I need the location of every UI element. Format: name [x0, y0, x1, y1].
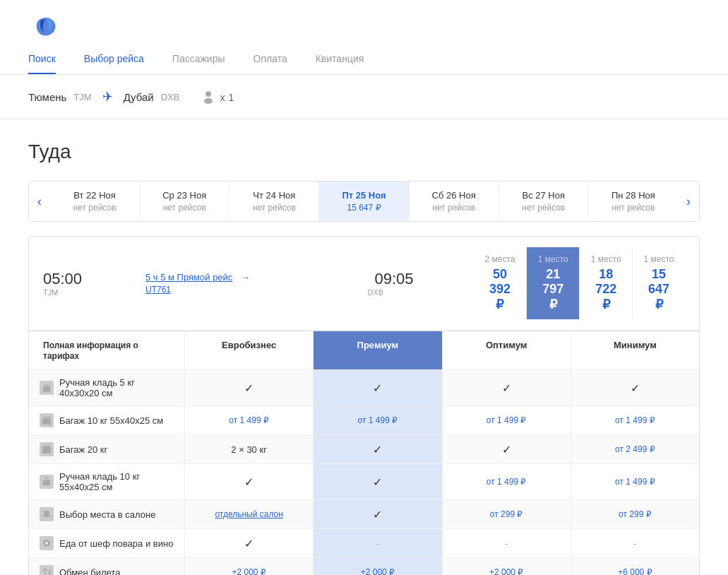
tariff-row-5: Еда от шеф повара и вино ✓ - - - [29, 528, 699, 557]
date-item-5[interactable]: Вс 27 Ноя нет рейсов [499, 182, 589, 221]
exchange-icon [40, 565, 54, 575]
tariff-val-4-2: от 299 ₽ [442, 500, 571, 528]
seat-icon [40, 507, 54, 521]
bag-medium-icon [40, 413, 54, 427]
date-item-2[interactable]: Чт 24 Ноя нет рейсов [229, 182, 319, 221]
tariff-val-1-1: от 1 499 ₽ [313, 406, 441, 434]
depart-time: 05:00 [43, 270, 93, 288]
nav-step-select-flight[interactable]: Выбор рейса [84, 53, 144, 74]
tariff-val-0-3: ✓ [571, 370, 699, 405]
bag-small-icon [40, 381, 54, 395]
tariff-val-4-3: от 299 ₽ [571, 500, 699, 528]
tariff-row-4: Выбор места в салоне отдельный салон ✓ о… [29, 499, 699, 528]
tariff-header: Полная информация о тарифах Евробизнес П… [29, 331, 699, 369]
tariff-col-header-0: Евробизнес [184, 331, 313, 369]
nav-step-passengers: Пассажиры [172, 53, 225, 74]
tariff-val-1-2: от 1 499 ₽ [442, 406, 571, 434]
bag-carry-icon [40, 475, 54, 489]
price-col-3[interactable]: 1 место 15 647 ₽ [632, 247, 685, 319]
price-col-1[interactable]: 1 место 21 797 ₽ [526, 247, 579, 319]
tariff-val-3-3: от 1 499 ₽ [571, 464, 699, 499]
price-col-2[interactable]: 1 место 18 722 ₽ [579, 247, 632, 319]
tariff-val-5-0: ✓ [184, 529, 313, 557]
nav-step-payment: Оплата [253, 53, 287, 74]
svg-rect-2 [43, 386, 50, 392]
flight-summary: 05:00 TJM 5 ч 5 м Прямой рейс → UT761 09… [29, 237, 699, 331]
tariff-val-6-0: +2 000 ₽ [184, 558, 313, 575]
flight-duration-link[interactable]: 5 ч 5 м Прямой рейс [145, 272, 232, 283]
date-next-button[interactable]: › [678, 184, 699, 220]
tariff-label-3: Ручная кладь 10 кг 55х40х25 см [29, 464, 184, 499]
from-city: Тюмень [28, 91, 66, 103]
tariff-col-header-3: Минимум [571, 331, 699, 369]
passenger-count: x 1 [220, 91, 234, 103]
tariff-val-6-3: +6 000 ₽ [571, 558, 699, 575]
route-arrow-icon: ✈ [102, 89, 113, 105]
tariff-label-5: Еда от шеф повара и вино [29, 529, 184, 557]
tariff-val-5-2: - [442, 529, 571, 557]
svg-rect-7 [43, 516, 50, 517]
flight-details: 5 ч 5 м Прямой рейс → UT761 [135, 272, 368, 295]
tariff-val-1-0: от 1 499 ₽ [184, 406, 313, 434]
tariff-val-3-2: от 1 499 ₽ [442, 464, 571, 499]
tariff-val-1-3: от 1 499 ₽ [571, 406, 699, 434]
svg-rect-5 [43, 480, 50, 485]
date-item-4[interactable]: Сб 26 Ноя нет рейсов [410, 182, 499, 221]
tariff-val-0-1: ✓ [313, 370, 441, 405]
svg-rect-4 [42, 446, 51, 454]
tariff-val-5-1: - [313, 529, 441, 557]
tariff-row-3: Ручная кладь 10 кг 55х40х25 см ✓ ✓ от 1 … [29, 463, 699, 499]
from-code: TJM [73, 92, 91, 102]
depart-code: TJM [43, 288, 58, 297]
tariff-val-4-0: отдельный салон [184, 500, 313, 528]
date-item-0[interactable]: Вт 22 Ноя нет рейсов [50, 182, 140, 221]
svg-point-1 [204, 98, 213, 104]
tariff-val-2-2: ✓ [442, 435, 571, 463]
tariff-label-1: Багаж 10 кг 55х40х25 см [29, 406, 184, 434]
nav-step-receipt: Квитанция [316, 53, 364, 74]
date-item-3[interactable]: Пт 25 Ноя 15 647 ₽ [319, 182, 409, 221]
nav-step-search[interactable]: Поиск [28, 53, 56, 74]
svg-rect-6 [44, 511, 49, 516]
tariff-val-3-1: ✓ [313, 464, 441, 499]
tariff-col-header-1: Премиум [313, 331, 441, 369]
tariff-val-3-0: ✓ [184, 464, 313, 499]
utair-logo [28, 14, 64, 42]
price-col-0[interactable]: 2 места 50 392 ₽ [474, 247, 527, 319]
tariff-section: Полная информация о тарифах Евробизнес П… [29, 331, 699, 575]
date-item-6[interactable]: Пн 28 Ноя нет рейсов [589, 182, 678, 221]
flight-direction-arrow: → [241, 272, 250, 283]
tariff-label-6: Обмен билета [29, 558, 184, 575]
tariff-val-0-0: ✓ [184, 370, 313, 405]
tariff-label-0: Ручная кладь 5 кг 40х30х20 см [29, 370, 184, 405]
tariff-val-4-1: ✓ [313, 500, 441, 528]
tariff-val-2-3: от 2 499 ₽ [571, 435, 699, 463]
tariff-info-link[interactable]: Полная информация о тарифах [43, 340, 138, 361]
tariff-info-link-cell: Полная информация о тарифах [29, 331, 184, 369]
flight-card: 05:00 TJM 5 ч 5 м Прямой рейс → UT761 09… [28, 236, 700, 575]
date-selector: ‹ Вт 22 Ноя нет рейсов Ср 23 Ноя нет рей… [28, 181, 700, 222]
bag-large-icon [40, 442, 54, 456]
passenger-icon [201, 89, 216, 105]
date-prev-button[interactable]: ‹ [29, 184, 50, 220]
tariff-col-header-2: Оптимум [442, 331, 571, 369]
tariff-label-4: Выбор места в салоне [29, 500, 184, 528]
svg-rect-3 [42, 418, 51, 425]
tariff-val-6-2: +2 000 ₽ [442, 558, 571, 575]
tariff-val-0-2: ✓ [442, 370, 571, 405]
route-bar: Тюмень TJM ✈ Дубай DXB x 1 [0, 75, 728, 119]
tariff-row-0: Ручная кладь 5 кг 40х30х20 см ✓ ✓ ✓ ✓ [29, 369, 699, 405]
section-title: Туда [28, 141, 700, 163]
flight-number[interactable]: UT761 [145, 285, 357, 295]
food-icon [40, 536, 54, 550]
date-item-1[interactable]: Ср 23 Ноя нет рейсов [140, 182, 229, 221]
arrive-time: 09:05 [375, 270, 414, 288]
svg-point-0 [205, 91, 211, 97]
to-city: Дубай [124, 91, 154, 103]
tariff-row-1: Багаж 10 кг 55х40х25 см от 1 499 ₽ от 1 … [29, 405, 699, 434]
tariff-row-6: Обмен билета +2 000 ₽ +2 000 ₽ +2 000 ₽ … [29, 557, 699, 575]
tariff-row-2: Багаж 20 кг 2 × 30 кг ✓ ✓ от 2 499 ₽ [29, 434, 699, 463]
tariff-val-2-0: 2 × 30 кг [184, 435, 313, 463]
tariff-val-2-1: ✓ [313, 435, 441, 463]
arrive-code: DXB [368, 288, 384, 297]
